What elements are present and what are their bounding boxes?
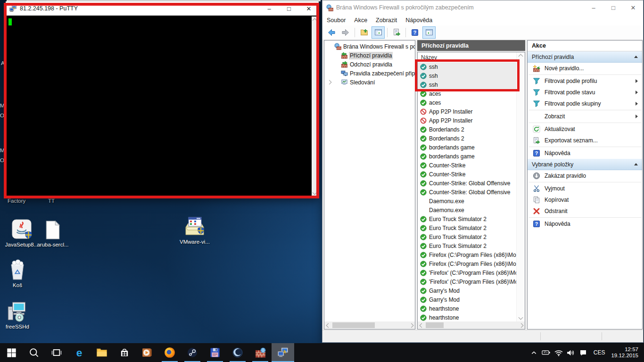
firewall-rule-row[interactable]: Counter-Strike: Global Offensive [418,179,517,188]
action-filtrovat-podle-stavu[interactable]: Filtrovat podle stavu [528,87,642,98]
scroll-up-icon[interactable] [312,16,318,23]
firewall-rule-row[interactable]: ssh [418,71,517,80]
desktop-icon-freesshd[interactable]: freeSSHd [0,300,34,330]
firewall-rule-row[interactable]: Firefox (C:\Program Files (x86)\Mozi [418,250,517,259]
firewall-rule-row[interactable]: 'Firefox' (C:\Program Files (x86)\Mo: [418,268,517,277]
tree-horizontal-scrollbar[interactable] [324,321,415,329]
help-button[interactable]: ? [408,26,421,39]
tree-item-pravidla-zabezpe-en-p-ipoj[interactable]: Pravidla zabezpečení připoj [324,69,415,78]
action-exportovat-seznam-[interactable]: Exportovat seznam... [528,135,642,146]
action-n-pov-da[interactable]: ?Nápověda [528,148,642,159]
action-aktualizovat[interactable]: Aktualizovat [528,123,642,135]
firewall-rule-row[interactable]: Euro Truck Simulator 2 [418,241,517,250]
tray-hidden-icons-chevron-button[interactable] [528,343,540,362]
collapse-icon[interactable] [634,163,638,165]
scroll-down-icon[interactable] [518,315,524,321]
desktop-icon-ko[interactable]: Koš [0,258,34,288]
close-button[interactable]: ✕ [623,0,643,15]
putty-terminal[interactable] [6,16,319,198]
taskbar-store-button[interactable] [113,343,136,362]
action-vyjmout[interactable]: Vyjmout [528,183,642,194]
back-button[interactable] [325,26,338,39]
firewall-rule-row[interactable]: Firefox (C:\Program Files (x86)\Mozi [418,259,517,268]
minimize-button[interactable]: – [584,0,603,15]
action-pane-toggle-button[interactable] [422,26,436,39]
taskbar-search-button[interactable] [23,343,45,362]
firewall-rule-row[interactable]: 'Firefox' (C:\Program Files (x86)\Mo: [418,277,517,286]
taskbar-firefox-button[interactable] [158,343,181,362]
export-list-button[interactable] [390,26,403,39]
list-vertical-scrollbar[interactable] [516,52,525,321]
firewall-rule-row[interactable]: Garry's Mod [418,295,517,304]
taskbar-floppy-app-button[interactable] [204,343,226,362]
menu-zobrazit[interactable]: Zobrazit [372,15,401,25]
firewall-rule-row[interactable]: aces [418,98,517,107]
firewall-titlebar[interactable]: Brána Windows Firewall s pokročilým zabe… [322,0,643,15]
terminal-scrollbar[interactable] [312,16,318,197]
forward-button[interactable] [339,26,352,39]
action-odstranit[interactable]: Odstranit [528,206,642,217]
firewall-rule-row[interactable]: App P2P Installer [418,116,517,125]
list-horizontal-scrollbar[interactable] [418,321,525,329]
taskbar-task-view-button[interactable] [45,343,68,362]
tray-network-button[interactable] [553,343,565,362]
taskbar-media-player-button[interactable] [136,343,158,362]
scrollbar-thumb[interactable] [426,322,444,328]
action-zak-zat-pravidlo[interactable]: Zakázat pravidlo [528,170,642,181]
actions-section-header[interactable]: Příchozí pravidla [528,51,642,63]
expander-icon[interactable] [326,81,334,84]
putty-titlebar[interactable]: 81.2.245.198 - PuTTY –□✕ [6,1,319,16]
firewall-rule-row[interactable]: App P2P Installer [418,107,517,116]
taskbar-start-button[interactable] [0,343,23,362]
firewall-rule-row[interactable]: Euro Truck Simulator 2 [418,232,517,241]
taskbar-putty-button[interactable] [272,343,294,362]
firewall-rule-row[interactable]: Euro Truck Simulator 2 [418,214,517,223]
taskbar-daemon-tools-button[interactable] [226,343,249,362]
maximize-button[interactable]: □ [279,1,299,16]
firewall-rule-row[interactable]: hearthstone [418,304,517,313]
action-zobrazit[interactable]: Zobrazit [528,111,642,122]
tree-root-firewall[interactable]: Brána Windows Firewall s pokro [324,42,415,51]
firewall-rule-row[interactable]: Counter-Strike [418,170,517,179]
firewall-rule-row[interactable]: Counter-Strike: Global Offensive [418,188,517,197]
tray-power-button[interactable] [540,343,553,362]
menu-akce[interactable]: Akce [350,15,372,25]
firewall-rule-row[interactable]: borderlands game [418,143,517,152]
tray-volume-button[interactable] [565,343,577,362]
tray-action-center-button[interactable] [577,343,589,362]
column-header-name[interactable]: Název [418,52,517,63]
taskbar-steam-button[interactable] [181,343,204,362]
firewall-rule-row[interactable]: Daemonu.exe [418,206,517,214]
scroll-right-icon[interactable] [519,322,525,329]
actions-section-header[interactable]: Vybrané položky [528,159,642,170]
console-tree-toggle-button[interactable] [372,26,385,39]
tree-item-p-choz-pravidla[interactable]: Příchozí pravidla [324,51,415,60]
firewall-rule-row[interactable]: aces [418,89,517,98]
minimize-button[interactable]: – [259,1,279,16]
language-indicator[interactable]: CES [590,349,609,356]
scrollbar-thumb[interactable] [332,322,375,328]
firewall-rule-row[interactable]: Daemonu.exe [418,197,517,206]
collapse-icon[interactable] [634,56,638,58]
firewall-rule-row[interactable]: ssh [418,62,517,71]
clock[interactable]: 12:57 19.12.2015 [609,346,642,359]
scroll-up-icon[interactable] [518,52,524,59]
action-kop-rovat[interactable]: Kopírovat [528,194,642,206]
action-nov-pravidlo-[interactable]: Nové pravidlo... [528,63,642,74]
firewall-rule-row[interactable]: hearthstone [418,313,517,321]
taskbar-windows-firewall-button[interactable] [249,343,272,362]
scroll-right-icon[interactable] [409,322,415,329]
desktop-icon-arubasercl[interactable]: aruba-sercl... [36,218,70,248]
menu-soubor[interactable]: Soubor [322,15,350,25]
tree-item-sledov-n-[interactable]: Sledování [324,78,415,87]
firewall-rule-row[interactable]: Euro Truck Simulator 2 [418,223,517,232]
maximize-button[interactable]: □ [603,0,623,15]
scroll-left-icon[interactable] [324,322,330,329]
firewall-rule-row[interactable]: Counter-Strike [418,161,517,170]
action-filtrovat-podle-skupiny[interactable]: Filtrovat podle skupiny [528,98,642,109]
firewall-rule-row[interactable]: Borderlands 2 [418,134,517,143]
menu-npovda[interactable]: Nápověda [401,15,437,25]
up-folder-button[interactable] [357,26,371,39]
desktop-icon-javasetup8[interactable]: JavaSetup8... [5,218,39,248]
taskbar-file-explorer-button[interactable] [91,343,113,362]
